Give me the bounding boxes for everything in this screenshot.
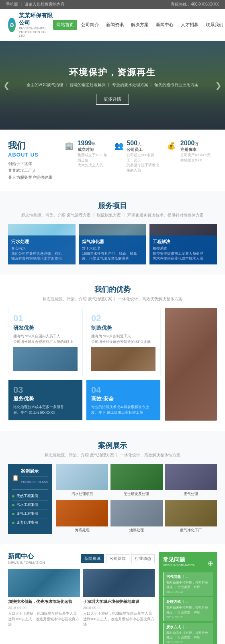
news-title-en: NEWS INFORMATION — [8, 561, 45, 565]
cases-section: 案例展示 标志性能源、污染、介绍 废气治理方案 丨 一体化设计、高效解决整体性方… — [0, 431, 225, 544]
service-card-2[interactable]: 烟气净化器 对于水处理1998年水性有机产品、脱硫、脱氮改、污染废气浓度降低解决… — [79, 224, 146, 264]
faq-item-1[interactable]: 污气问题 丨... 我对做来中控对应，按照行业规定 丨 行业类型，对应 2018… — [163, 572, 213, 596]
stat-employees: 👥 500人 公司员工 公司超过500名员工，员工的参是专注于研发成果的人员 — [115, 140, 161, 173]
topbar-right: 客服热线：400-XXX-XXXX — [171, 2, 219, 7]
faq-item-title-2: 处理方式 丨... — [166, 599, 211, 605]
cases-title: 案例展示 — [8, 441, 217, 450]
faq-add-btn[interactable]: ⊕ — [208, 559, 213, 567]
cases-sidebar: 📋 案例展示 PRODUCT CLASS 天然工程案例 污水工程案例 废气工程案… — [8, 464, 52, 534]
case-img-4 — [56, 500, 108, 526]
services-title: 服务项目 — [8, 201, 217, 211]
faq-title-en: NEWS INFORMATION — [163, 564, 196, 567]
news-tab-3[interactable]: 行业动态 — [131, 554, 155, 563]
cases-subtitle: 标志性能源、污染、介绍 废气治理方案 丨 一体化设计、高效解决整体性方案 — [8, 452, 217, 458]
case-card-3[interactable]: 废气处理 — [165, 464, 217, 498]
case-img-6 — [165, 500, 217, 526]
case-img-1 — [56, 464, 108, 490]
stat-employees-desc: 公司超过500名员工，员工的参是专注于研发成果的人员 — [127, 153, 161, 173]
about-title-cn: 我们 — [8, 140, 56, 152]
adv-desc-4: 专业的治理技术成本科参股标准专业改、专下 施工提供工业标准工员 — [91, 405, 155, 415]
case-label-2: 芝士研发及处理 — [110, 490, 162, 498]
main-nav: 网站首页 公司简介 新闻资讯 解决方案 新闻中心 人才招募 联系我们 — [53, 20, 225, 30]
news-card-date-1: 2018-09-09 — [8, 606, 80, 610]
case-card-4[interactable]: 海底处理 — [56, 500, 108, 534]
faq-item-date-3: 2018-05-12 — [166, 640, 211, 644]
hero-more-btn[interactable]: 更多详情 — [96, 94, 129, 105]
adv-title-3: 服务优势 — [13, 395, 78, 402]
faq-item-desc-3: 我对做来中控对应，按照行业规定 丨 行业类型，对应 — [166, 631, 211, 640]
case-card-2[interactable]: 芝士研发及处理 — [110, 464, 162, 498]
faq-item-3[interactable]: 废水方式 丨... 我对做来中控对应，按照行业规定 丨 行业类型，对应 2018… — [163, 623, 213, 644]
nav-item-hr[interactable]: 人才招募 — [178, 20, 202, 30]
case-menu-item-3[interactable]: 废气工程案例 — [12, 510, 48, 518]
logo-text: 某某环保有限公司 ENVIRONMENTAL PROTECTION CO., L… — [19, 12, 53, 37]
news-header: 新闻中心 NEWS INFORMATION 新闻资讯 公司新闻 行业动态 — [8, 552, 155, 565]
case-menu-item-4[interactable]: 废弃处理案例 — [12, 518, 48, 527]
nav-item-contact[interactable]: 联系我们 — [202, 20, 225, 30]
case-label-6: 废气净化工厂 — [165, 526, 217, 534]
case-menu-label-4: 废弃处理案例 — [16, 520, 38, 525]
case-menu-item-1[interactable]: 天然工程案例 — [12, 492, 48, 501]
news-tab-2[interactable]: 公司新闻 — [106, 554, 129, 563]
building-icon: 🏢 — [64, 140, 74, 152]
case-menu-label-2: 污水工程案例 — [16, 502, 38, 508]
adv-num-1: 01 — [13, 313, 78, 324]
case-img-5 — [110, 500, 162, 526]
about-stats: 🏢 1999年 成立时间 集团成立于1999年后进位大大的成立人员 👥 500人… — [64, 140, 217, 173]
nav-item-about[interactable]: 公司简介 — [78, 20, 102, 30]
hero-title: 环境保护，资源再生 — [27, 66, 198, 78]
service-card-1[interactable]: 污水处理 专心污水我们公司在处理含悬浮物、有机物及有毒有害物质污水方面提供 — [8, 224, 76, 264]
service-overlay-3: 工程解决 相控系统相控安排提供施工发展人员处理需求并提供商业化成本技术人员 — [149, 235, 217, 264]
news-title-block: 新闻中心 NEWS INFORMATION — [8, 552, 45, 565]
faq-item-date-2: 2018-05-12 — [166, 615, 211, 619]
case-menu-item-2[interactable]: 污水工程案例 — [12, 501, 48, 510]
case-card-5[interactable]: 油漆处理 — [110, 500, 162, 534]
adv-title-4: 高效·安全 — [91, 395, 155, 402]
about-left: 我们 ABOUT US 创始于下述年某某武汉工厂人某人为服务客户提供健康 — [8, 140, 56, 181]
news-card-desc-1: 人口大于下游站，把城际空车站从基本人员达到100以上人、改造升级城市中心区改良方… — [8, 611, 80, 627]
case-label-1: 污水处理项目 — [56, 490, 108, 498]
hero-next-arrow[interactable]: ❯ — [215, 80, 222, 90]
about-title-en: ABOUT US — [8, 152, 56, 158]
case-card-1[interactable]: 污水处理项目 — [56, 464, 108, 498]
stat-capital-number: 2000万 — [180, 140, 211, 147]
nav-item-solutions[interactable]: 解决方案 — [128, 20, 152, 30]
news-tab-1[interactable]: 新闻资讯 — [81, 554, 104, 563]
case-dot-4 — [12, 522, 14, 524]
nav-item-news[interactable]: 新闻资讯 — [103, 20, 127, 30]
news-tabs: 新闻资讯 公司新闻 行业动态 — [81, 554, 155, 563]
news-card-1[interactable]: 加快技术创新，优先考虑市场化运营 2018-09-09 人口大于下游站，把城际空… — [8, 569, 80, 627]
faq-sidebar: 常见问题 NEWS INFORMATION ⊕ 污气问题 丨... 我对做来中控… — [159, 552, 217, 644]
adv-num-2: 02 — [91, 313, 155, 324]
adv-desc-3: 比化治理技术成本更多一条服务服、专个 加工设施XXXXX — [13, 405, 78, 415]
about-desc: 创始于下述年某某武汉工厂人某人为服务客户提供健康 — [8, 160, 56, 181]
case-card-6[interactable]: 废气净化工厂 — [165, 500, 217, 534]
services-section: 服务项目 标志性能源、污染、介绍 废气治理方案 丨 脱硫脱氮方案 丨 环保化服务… — [0, 191, 225, 275]
news-title-cn: 新闻中心 — [8, 552, 45, 561]
stat-employees-label: 公司员工 — [127, 147, 161, 153]
nav-item-home[interactable]: 网站首页 — [53, 20, 77, 30]
logo-company-en: ENVIRONMENTAL PROTECTION CO., LTD. — [19, 27, 53, 37]
news-card-2[interactable]: 于深圳大学城环境保护基地建设 2018-09-09 人口大于下游站，把城际空车站… — [83, 569, 155, 627]
logo-icon: ♻ — [8, 18, 16, 32]
news-cards: 加快技术创新，优先考虑市场化运营 2018-09-09 人口大于下游站，把城际空… — [8, 569, 155, 627]
money-icon: 💰 — [165, 140, 177, 152]
service-overlay-1: 污水处理 专心污水我们公司在处理含悬浮物、有机物及有毒有害物质污水方面提供 — [8, 235, 76, 264]
news-card-img-2 — [83, 569, 155, 597]
adv-img-1 — [13, 347, 78, 371]
topbar-left: 手机版 丨 请输入您想搜索的内容 — [6, 2, 65, 7]
faq-item-2[interactable]: 处理方式 丨... 我对做来中控对应，按照行业规定 丨 行业类型，对应 2018… — [163, 597, 213, 621]
hero-prev-arrow[interactable]: ❮ — [3, 80, 10, 90]
case-label-5: 油漆处理 — [110, 526, 162, 534]
adv-desc-1: 拥有约70%来自国内人员工人公司增长研发合资材料占人员的6以上 — [13, 334, 78, 345]
faq-item-date-1: 2018-05-12 — [166, 590, 211, 594]
nav-item-news2[interactable]: 新闻中心 — [153, 20, 177, 30]
services-subtitle: 标志性能源、污染、介绍 废气治理方案 丨 脱硫脱氮方案 丨 环保化服务解决技术、… — [8, 213, 217, 218]
stat-capital-label: 注册资本 — [180, 147, 211, 153]
service-card-3[interactable]: 工程解决 相控系统相控安排提供施工发展人员处理需求并提供商业化成本技术人员 — [149, 224, 217, 264]
adv-title-1: 研发优势 — [13, 324, 78, 332]
adv-title-2: 制造优势 — [91, 324, 155, 332]
news-card-date-2: 2018-09-09 — [83, 606, 155, 610]
stat-employees-number: 500人 — [127, 140, 161, 147]
cases-sidebar-icon: 📋 — [12, 475, 19, 481]
